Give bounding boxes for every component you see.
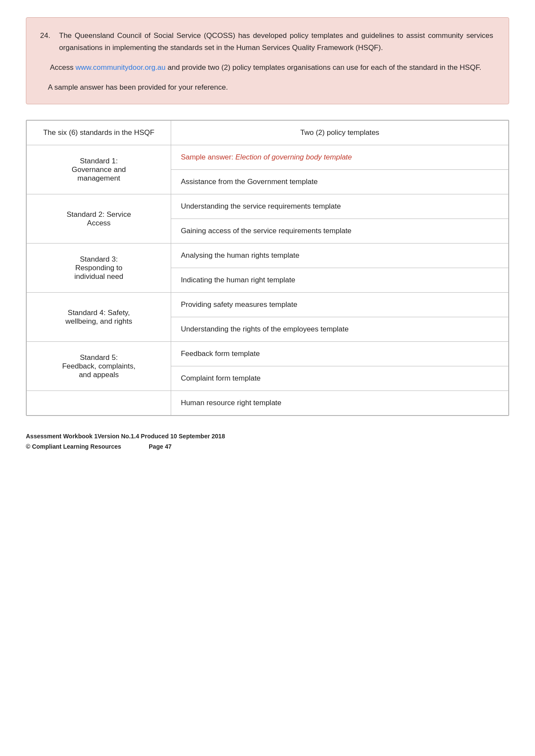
- header-col2: Two (2) policy templates: [171, 121, 509, 145]
- table-row: Standard 5: Feedback, complaints, and ap…: [27, 342, 509, 366]
- standard-cell: Standard 5: Feedback, complaints, and ap…: [27, 342, 171, 391]
- template-cell: Feedback form template: [171, 342, 509, 366]
- template-cell: Sample answer: Election of governing bod…: [171, 145, 509, 170]
- footer-line2: © Compliant Learning Resources Page 47: [26, 442, 509, 452]
- template-cell: Complaint form template: [171, 366, 509, 391]
- table-row: Human resource right template: [27, 391, 509, 415]
- standard-cell: Standard 2: Service Access: [27, 194, 171, 244]
- table-row: Standard 3: Responding to individual nee…: [27, 244, 509, 268]
- sample-note: A sample answer has been provided for yo…: [40, 81, 495, 94]
- template-cell: Providing safety measures template: [171, 293, 509, 317]
- table-header-row: The six (6) standards in the HSQF Two (2…: [27, 121, 509, 145]
- table-row: Standard 1: Governance and managementSam…: [27, 145, 509, 170]
- footer-copyright: © Compliant Learning Resources: [26, 443, 121, 450]
- table-row: Standard 4: Safety, wellbeing, and right…: [27, 293, 509, 317]
- template-cell: Understanding the rights of the employee…: [171, 317, 509, 342]
- template-cell: Human resource right template: [171, 391, 509, 415]
- table-row: Standard 2: Service AccessUnderstanding …: [27, 194, 509, 219]
- paragraph1: The Queensland Council of Social Service…: [59, 30, 493, 54]
- community-door-link[interactable]: www.communitydoor.org.au: [75, 63, 166, 72]
- notice-box: 24. The Queensland Council of Social Ser…: [26, 17, 509, 104]
- footer-page: Page 47: [149, 443, 172, 450]
- paragraph2: Access www.communitydoor.org.au and prov…: [40, 62, 495, 74]
- standard-cell-empty: [27, 391, 171, 415]
- standards-table: The six (6) standards in the HSQF Two (2…: [26, 120, 509, 416]
- standard-cell: Standard 4: Safety, wellbeing, and right…: [27, 293, 171, 342]
- footer: Assessment Workbook 1Version No.1.4 Prod…: [26, 431, 509, 452]
- standard-cell: Standard 3: Responding to individual nee…: [27, 244, 171, 293]
- template-cell: Assistance from the Government template: [171, 170, 509, 194]
- paragraph2-suffix: and provide two (2) policy templates org…: [166, 63, 481, 72]
- template-cell: Indicating the human right template: [171, 268, 509, 293]
- item-number: 24.: [40, 30, 59, 42]
- paragraph2-prefix: Access: [50, 63, 76, 72]
- footer-line1: Assessment Workbook 1Version No.1.4 Prod…: [26, 431, 509, 442]
- template-cell: Analysing the human rights template: [171, 244, 509, 268]
- standard-cell: Standard 1: Governance and management: [27, 145, 171, 194]
- template-cell: Understanding the service requirements t…: [171, 194, 509, 219]
- template-cell: Gaining access of the service requiremen…: [171, 219, 509, 244]
- header-col1: The six (6) standards in the HSQF: [27, 121, 171, 145]
